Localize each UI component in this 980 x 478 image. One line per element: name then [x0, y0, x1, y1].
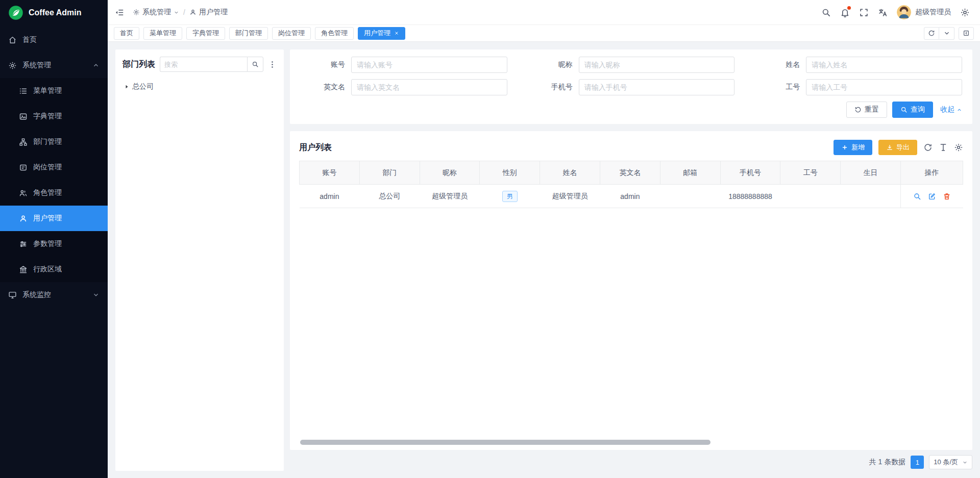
gender-tag: 男	[502, 191, 518, 202]
reset-button-label: 重置	[865, 105, 879, 114]
sidebar-item-post-mgmt[interactable]: 岗位管理	[0, 155, 108, 180]
chevron-down-icon	[92, 291, 100, 298]
table-config-gear-icon[interactable]	[954, 143, 963, 152]
cell-name: 超级管理员	[540, 185, 600, 208]
sidebar-item-system-monitor[interactable]: 系统监控	[0, 282, 108, 308]
sidebar-item-user-mgmt[interactable]: 用户管理	[0, 206, 108, 231]
user-menu[interactable]: 超级管理员	[897, 5, 951, 19]
close-tab-icon[interactable]	[394, 31, 399, 36]
query-button-label: 查询	[911, 105, 925, 114]
tab-home[interactable]: 首页	[114, 27, 139, 40]
page-1-button[interactable]: 1	[911, 456, 924, 469]
system-mgmt-submenu: 菜单管理 字典管理 部门管理 岗位管理 角色管理	[0, 78, 108, 282]
form-field-account: 账号	[300, 57, 507, 73]
chevron-down-icon	[174, 10, 179, 15]
pagination: 共 1 条数据 1 10 条/页	[290, 454, 972, 471]
export-button[interactable]: 导出	[878, 140, 917, 155]
dept-search-button[interactable]	[247, 57, 263, 72]
sidebar-item-label: 行政区域	[33, 265, 62, 274]
caret-right-icon[interactable]	[124, 84, 130, 90]
tab-menu-mgmt[interactable]: 菜单管理	[143, 27, 182, 40]
page-size-select[interactable]: 10 条/页	[929, 455, 972, 469]
view-user-icon[interactable]	[913, 192, 921, 200]
tab-post-mgmt[interactable]: 岗位管理	[272, 27, 311, 40]
sidebar-item-menu-mgmt[interactable]: 菜单管理	[0, 78, 108, 104]
notification-bell-icon[interactable]	[840, 8, 850, 17]
column-header-birthday: 生日	[841, 161, 901, 185]
phone-input[interactable]	[579, 79, 735, 95]
breadcrumb: 系统管理 / 用户管理	[133, 8, 228, 17]
total-count-text: 共 1 条数据	[869, 458, 906, 467]
username: 超级管理员	[915, 8, 951, 17]
collapse-form-link[interactable]: 收起	[940, 105, 962, 114]
sidebar-collapse-icon[interactable]	[115, 8, 125, 17]
user-list-title: 用户列表	[299, 142, 332, 153]
dictionary-icon	[19, 112, 28, 121]
tab-dept-mgmt[interactable]: 部门管理	[229, 27, 268, 40]
column-header-gender: 性别	[480, 161, 540, 185]
refresh-table-icon[interactable]	[923, 143, 933, 152]
gear-icon[interactable]	[960, 8, 970, 17]
sidebar-item-dict-mgmt[interactable]: 字典管理	[0, 104, 108, 129]
person-icon	[189, 9, 197, 16]
breadcrumb-system-mgmt[interactable]: 系统管理	[133, 8, 179, 17]
reset-button[interactable]: 重置	[846, 102, 887, 118]
sidebar-item-label: 系统管理	[22, 61, 51, 70]
tab-label: 角色管理	[321, 29, 348, 38]
sidebar-item-system-mgmt[interactable]: 系统管理	[0, 53, 108, 78]
add-button-label: 新增	[851, 143, 865, 152]
query-button[interactable]: 查询	[892, 102, 933, 118]
add-user-button[interactable]: 新增	[834, 140, 872, 155]
tab-user-mgmt[interactable]: 用户管理	[358, 27, 405, 40]
search-form-actions: 重置 查询 收起	[300, 102, 962, 118]
column-header-nickname: 昵称	[420, 161, 480, 185]
tab-actions	[924, 27, 974, 40]
tab-label: 字典管理	[192, 29, 219, 38]
refresh-tabs-icon[interactable]	[924, 27, 939, 40]
sidebar-item-region-mgmt[interactable]: 行政区域	[0, 257, 108, 282]
sidebar-menu: 首页 系统管理 菜单管理 字典管理 部门管理	[0, 25, 108, 478]
edit-user-icon[interactable]	[928, 192, 936, 200]
breadcrumb-user-mgmt[interactable]: 用户管理	[189, 8, 228, 17]
english-name-input[interactable]	[351, 79, 507, 95]
translate-icon[interactable]	[878, 8, 888, 17]
export-button-label: 导出	[896, 143, 910, 152]
cell-nickname: 超级管理员	[420, 185, 480, 208]
nickname-input[interactable]	[579, 57, 735, 73]
delete-user-icon[interactable]	[943, 192, 951, 200]
app-title: Coffee Admin	[29, 8, 81, 17]
sidebar-item-home[interactable]: 首页	[0, 27, 108, 53]
search-icon[interactable]	[821, 8, 831, 17]
tab-dict-mgmt[interactable]: 字典管理	[186, 27, 225, 40]
table-header-row: 账号 部门 昵称 性别 姓名 英文名 邮箱 手机号 工号 生日 操作	[300, 161, 963, 185]
sidebar-item-label: 菜单管理	[33, 86, 62, 95]
column-settings-icon[interactable]	[939, 143, 948, 152]
sidebar-item-dept-mgmt[interactable]: 部门管理	[0, 129, 108, 155]
column-header-department: 部门	[359, 161, 420, 185]
form-field-phone: 手机号	[528, 79, 735, 95]
tab-role-mgmt[interactable]: 角色管理	[315, 27, 354, 40]
main-area: 系统管理 / 用户管理 超级管理员	[108, 0, 980, 478]
content-fullscreen-icon[interactable]	[959, 27, 974, 40]
dept-search-input[interactable]	[160, 57, 247, 72]
job-number-input[interactable]	[806, 79, 962, 95]
sidebar-item-param-mgmt[interactable]: 参数管理	[0, 231, 108, 257]
fullscreen-icon[interactable]	[859, 8, 869, 17]
chevron-up-icon	[92, 62, 100, 69]
horizontal-scrollbar-thumb[interactable]	[300, 440, 710, 445]
org-tree-icon	[19, 138, 28, 146]
app-logo[interactable]: Coffee Admin	[0, 0, 108, 25]
department-panel-title: 部门列表	[122, 59, 155, 70]
cell-actions	[901, 185, 963, 208]
more-options-icon[interactable]	[268, 60, 277, 69]
field-label: 姓名	[755, 60, 806, 69]
tree-item-head-office[interactable]: 总公司	[122, 79, 277, 94]
sidebar-item-role-mgmt[interactable]: 角色管理	[0, 180, 108, 206]
sidebar-item-label: 字典管理	[33, 112, 62, 121]
search-form-card: 账号 昵称 姓名 英文名	[290, 49, 972, 124]
account-input[interactable]	[351, 57, 507, 73]
name-input[interactable]	[806, 57, 962, 73]
field-label: 账号	[300, 60, 351, 69]
cell-birthday	[841, 185, 901, 208]
tab-list-dropdown-icon[interactable]	[939, 27, 954, 40]
